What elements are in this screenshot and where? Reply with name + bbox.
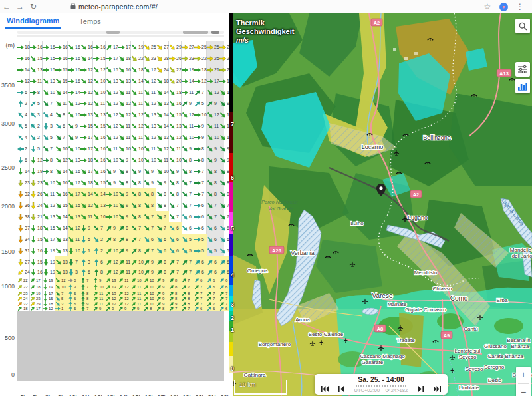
wind-speed-value: 11	[137, 292, 141, 296]
wind-cell: 10	[93, 87, 106, 98]
wind-cell: 11	[219, 120, 229, 132]
wind-cell: 9	[118, 200, 131, 211]
wind-speed-value: 10	[164, 169, 169, 174]
wind-speed-value: 2	[25, 101, 27, 106]
wind-cell: 23	[17, 177, 30, 188]
horizontal-scrollbar[interactable]	[17, 31, 224, 34]
back-icon[interactable]: ←	[0, 2, 13, 11]
wind-arrow-icon	[17, 89, 24, 96]
wind-arrow-icon	[30, 78, 37, 85]
wind-speed-value: 10	[99, 285, 104, 289]
tab-temps[interactable]: Temps	[78, 15, 102, 28]
wind-cell: 16	[30, 268, 43, 276]
wind-cell: 7	[207, 301, 219, 306]
wind-arrow-icon	[55, 212, 63, 221]
wind-arrow-icon	[169, 189, 177, 198]
address-bar[interactable]: meteo-parapente.com/#/	[78, 3, 158, 11]
wind-cell: 24	[17, 296, 30, 301]
wind-cell: 26	[219, 41, 229, 53]
wind-speed-value: 12	[112, 297, 116, 301]
windgram-chart-button[interactable]	[515, 79, 530, 93]
city-label: Varese	[372, 292, 393, 299]
wind-arrow-icon	[93, 278, 98, 283]
scrollbar-thumb[interactable]	[106, 31, 120, 34]
wind-speed-value: 24	[25, 270, 30, 274]
zoom-in-button[interactable]: +	[516, 367, 531, 383]
time-slider[interactable]	[356, 385, 406, 387]
wind-row: 22181910371013121110987766	[17, 284, 229, 290]
wind-cell: 8	[131, 200, 144, 211]
bookmark-star-icon[interactable]: ☆	[481, 2, 494, 11]
wind-arrow-icon	[106, 121, 114, 130]
wind-arrow-icon	[55, 76, 63, 85]
wind-cell: 8	[156, 256, 169, 268]
wind-arrow-icon	[118, 99, 126, 108]
reload-icon[interactable]: ↻	[27, 2, 40, 11]
wind-speed-value: 13	[112, 278, 116, 282]
wind-arrow-icon	[219, 132, 227, 142]
wind-cell: 15	[30, 256, 43, 268]
wind-speed-value: 10	[150, 297, 154, 301]
wind-cell: 16	[55, 41, 68, 53]
wind-cell: 13	[68, 154, 80, 166]
wind-cell: 12	[43, 200, 55, 211]
wind-arrow-icon	[93, 223, 101, 232]
wind-cell: 9	[93, 306, 106, 311]
wind-speed-value: 21	[214, 67, 219, 72]
wind-arrow-icon	[30, 180, 37, 186]
wind-arrow-icon	[182, 55, 188, 62]
wind-arrow-icon	[156, 144, 164, 153]
scrollbar-thumb[interactable]	[183, 31, 208, 34]
wind-cell: 12	[194, 75, 207, 87]
altitude-label: 2000	[0, 203, 15, 210]
wind-cell: 8	[118, 177, 131, 188]
terrain-map[interactable]: Parco Nazionale Val Grande Lago di Como …	[229, 13, 532, 396]
layers-settings-button[interactable]	[515, 62, 530, 77]
wind-arrow-icon	[219, 144, 227, 153]
wind-speed-value: 13	[113, 79, 118, 83]
map-panel[interactable]: Parco Nazionale Val Grande Lago di Como …	[229, 13, 532, 396]
wind-cell: 13	[156, 98, 169, 109]
wind-speed-value: 9	[99, 278, 101, 282]
wind-speed-value: 18	[37, 226, 43, 230]
wind-arrow-icon	[219, 155, 227, 164]
browser-menu-icon[interactable]: ⋮	[513, 2, 527, 11]
wind-cell: 15	[43, 296, 55, 301]
wind-arrow-icon	[68, 259, 74, 266]
lock-icon	[70, 3, 76, 11]
wind-speed-value: 7	[201, 192, 204, 196]
wind-cell: 6	[68, 296, 80, 301]
zoom-out-button[interactable]: −	[516, 384, 531, 396]
wind-speed-value: 16	[50, 45, 55, 49]
profile-avatar[interactable]: ▼	[499, 3, 508, 11]
wind-arrow-icon	[30, 248, 37, 254]
windgram-panel: Winddiagramm Temps (m)350030002500200015…	[0, 13, 229, 396]
search-icon	[519, 22, 527, 31]
wind-arrow-icon	[17, 180, 24, 186]
wind-speed-value: 10	[150, 278, 154, 282]
wind-cell: 7	[194, 166, 207, 177]
search-button[interactable]	[515, 19, 530, 33]
wind-arrow-icon	[144, 246, 152, 255]
wind-cell: 12	[80, 200, 93, 211]
colorbar-scale-label: 1	[231, 327, 234, 333]
forward-icon[interactable]: →	[13, 2, 27, 11]
wind-cell: 10	[144, 301, 156, 306]
wind-cell: 12	[118, 109, 131, 120]
wind-cell: 9	[194, 120, 207, 132]
city-label: Luino	[350, 220, 364, 226]
wind-arrow-icon	[55, 87, 63, 97]
wind-cell: 8	[55, 109, 68, 120]
wind-cell: 26	[169, 53, 182, 64]
wind-arrow-icon	[106, 257, 114, 266]
wind-cell: 15	[43, 64, 55, 75]
scrollbar-thumb[interactable]	[211, 31, 219, 34]
wind-speed-value: 12	[189, 112, 194, 117]
wind-arrow-icon	[30, 191, 37, 198]
road-badge: A9	[441, 331, 452, 339]
altitude-label: 1000	[0, 283, 15, 290]
wind-arrow-icon	[118, 166, 126, 176]
wind-speed-value: 9	[201, 124, 204, 128]
wind-cell: 16	[68, 41, 80, 53]
wind-speed-value: 2	[25, 146, 27, 151]
